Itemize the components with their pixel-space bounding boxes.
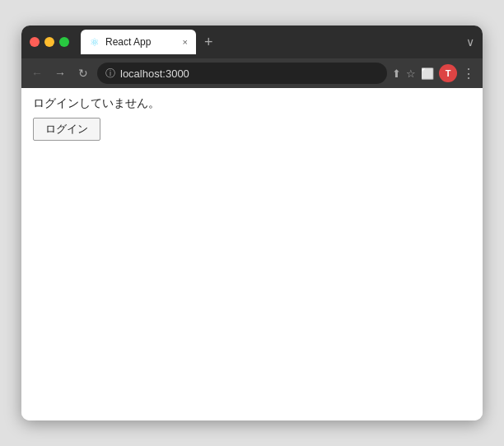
- tab-close-button[interactable]: ×: [183, 37, 188, 47]
- address-actions: ⬆ ☆ ⬜ T ⋮: [392, 64, 476, 82]
- new-tab-button[interactable]: +: [201, 34, 217, 51]
- browser-window: ⚛ React App × + ∨ ← → ↻ ⓘ localhost:3000…: [21, 26, 483, 420]
- menu-dots-icon[interactable]: ⋮: [462, 66, 476, 81]
- tab-title: React App: [105, 36, 151, 48]
- address-input[interactable]: ⓘ localhost:3000: [97, 63, 387, 84]
- reload-button[interactable]: ↻: [74, 64, 92, 82]
- url-text: localhost:3000: [120, 67, 189, 80]
- react-icon: ⚛: [89, 36, 100, 48]
- avatar[interactable]: T: [439, 64, 457, 82]
- back-button[interactable]: ←: [28, 64, 46, 82]
- address-bar: ← → ↻ ⓘ localhost:3000 ⬆ ☆ ⬜ T ⋮: [21, 58, 483, 88]
- share-icon[interactable]: ⬆: [392, 67, 401, 80]
- bookmark-icon[interactable]: ☆: [406, 67, 416, 80]
- forward-button[interactable]: →: [51, 64, 69, 82]
- info-icon: ⓘ: [105, 67, 115, 81]
- close-traffic-light[interactable]: [30, 37, 40, 47]
- page-content: ログインしていません。 ログイン: [21, 88, 483, 420]
- tab-area: ⚛ React App × + ∨: [81, 30, 474, 54]
- title-bar: ⚛ React App × + ∨: [21, 26, 483, 58]
- traffic-lights: [30, 37, 69, 47]
- active-tab[interactable]: ⚛ React App ×: [81, 30, 196, 54]
- maximize-traffic-light[interactable]: [59, 37, 69, 47]
- reader-icon[interactable]: ⬜: [421, 67, 434, 80]
- login-button[interactable]: ログイン: [33, 118, 100, 141]
- not-logged-in-text: ログインしていません。: [33, 96, 471, 111]
- tab-menu-button[interactable]: ∨: [466, 35, 474, 49]
- minimize-traffic-light[interactable]: [44, 37, 54, 47]
